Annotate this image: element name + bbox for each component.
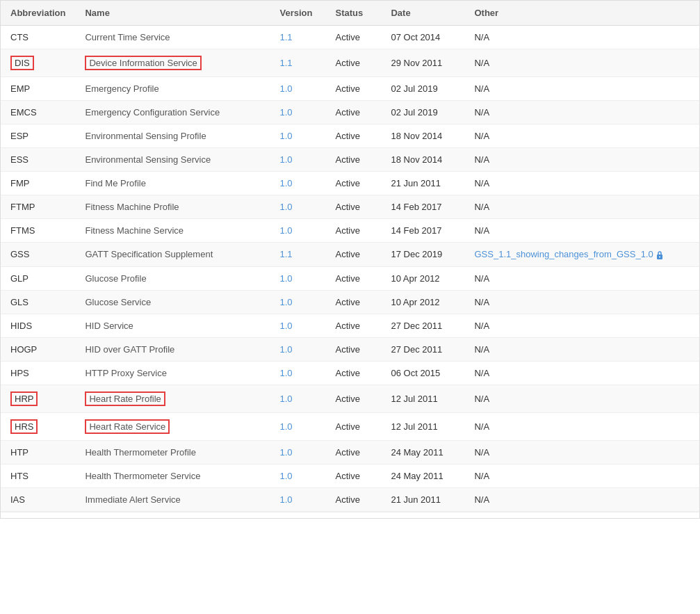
cell-status: Active [325,440,381,464]
cell-version[interactable]: 1.0 [270,195,325,219]
highlighted-name: Heart Rate Profile [85,391,165,406]
cell-other: N/A [464,219,699,243]
cell-other: N/A [464,464,699,487]
cell-status: Active [325,77,381,101]
cell-status: Active [325,26,381,49]
cell-status: Active [325,337,381,361]
cell-name: Find Me Profile [75,172,270,195]
cell-name: Heart Rate Service [75,412,270,440]
cell-version[interactable]: 1.0 [270,487,325,511]
cell-version[interactable]: 1.0 [270,148,325,172]
cell-name: HID Service [75,314,270,337]
cell-abbr: FMP [1,172,75,195]
highlighted-name: Heart Rate Service [85,419,170,434]
table-row: HRPHeart Rate Profile1.0Active12 Jul 201… [1,385,699,412]
highlighted-name: Device Information Service [85,56,201,70]
cell-other: N/A [464,487,699,511]
table-row: HOGPHID over GATT Profile1.0Active27 Dec… [1,337,699,361]
cell-status: Active [325,219,381,243]
highlighted-abbr: HRP [10,391,38,406]
highlighted-abbr: HRS [10,419,38,434]
table-header-row: Abbreviation Name Version Status Date Ot… [1,1,699,26]
table-row: FMPFind Me Profile1.0Active21 Jun 2011N/… [1,172,699,195]
cell-status: Active [325,124,381,148]
main-table-container: Abbreviation Name Version Status Date Ot… [0,0,700,519]
cell-version[interactable]: 1.0 [270,101,325,124]
table-row: IASImmediate Alert Service1.0Active21 Ju… [1,487,699,511]
table-row: EMPEmergency Profile1.0Active02 Jul 2019… [1,77,699,101]
table-row: DISDevice Information Service1.1Active29… [1,49,699,77]
cell-abbr: HPS [1,361,75,385]
cell-abbr: ESS [1,148,75,172]
table-body: CTSCurrent Time Service1.1Active07 Oct 2… [1,26,699,512]
table-row: HTSHealth Thermometer Service1.0Active24… [1,464,699,487]
cell-date: 21 Jun 2011 [381,172,464,195]
cell-version[interactable]: 1.0 [270,464,325,487]
cell-other: N/A [464,26,699,49]
cell-status: Active [325,148,381,172]
cell-abbr: EMP [1,77,75,101]
lock-icon [656,250,664,260]
cell-version[interactable]: 1.1 [270,26,325,49]
cell-version[interactable]: 1.0 [270,290,325,314]
cell-name: Emergency Profile [75,77,270,101]
cell-version[interactable]: 1.0 [270,361,325,385]
cell-status: Active [325,172,381,195]
cell-abbr: FTMP [1,195,75,219]
table-row: FTMSFitness Machine Service1.0Active14 F… [1,219,699,243]
cell-name: Environmental Sensing Service [75,148,270,172]
cell-abbr: IAS [1,487,75,511]
cell-other[interactable]: GSS_1.1_showing_changes_from_GSS_1.0 [464,243,699,267]
cell-name: GATT Specification Supplement [75,243,270,267]
cell-version[interactable]: 1.0 [270,172,325,195]
cell-version[interactable]: 1.1 [270,243,325,267]
cell-other: N/A [464,361,699,385]
cell-date: 18 Nov 2014 [381,148,464,172]
cell-date: 14 Feb 2017 [381,195,464,219]
cell-other: N/A [464,290,699,314]
cell-abbr: HRP [1,385,75,412]
cell-name: Current Time Service [75,26,270,49]
cell-date: 29 Nov 2011 [381,49,464,77]
cell-version[interactable]: 1.0 [270,314,325,337]
cell-version[interactable]: 1.0 [270,440,325,464]
cell-other: N/A [464,385,699,412]
cell-name: Fitness Machine Service [75,219,270,243]
cell-abbr: FTMS [1,219,75,243]
cell-version[interactable]: 1.0 [270,337,325,361]
cell-name: Environmental Sensing Profile [75,124,270,148]
cell-version[interactable]: 1.1 [270,49,325,77]
table-row: CTSCurrent Time Service1.1Active07 Oct 2… [1,26,699,49]
cell-version[interactable]: 1.0 [270,385,325,412]
cell-version[interactable]: 1.0 [270,77,325,101]
cell-version[interactable]: 1.0 [270,124,325,148]
highlighted-abbr: DIS [10,56,34,70]
cell-date: 12 Jul 2011 [381,412,464,440]
col-header-name: Name [75,1,270,26]
cell-status: Active [325,314,381,337]
cell-abbr: EMCS [1,101,75,124]
cell-name: Immediate Alert Service [75,487,270,511]
svg-rect-1 [659,256,660,257]
cell-status: Active [325,361,381,385]
cell-date: 27 Dec 2011 [381,314,464,337]
table-row: HPSHTTP Proxy Service1.0Active06 Oct 201… [1,361,699,385]
cell-version[interactable]: 1.0 [270,219,325,243]
cell-name: Glucose Service [75,290,270,314]
cell-date: 14 Feb 2017 [381,219,464,243]
cell-date: 17 Dec 2019 [381,243,464,267]
cell-abbr: GLS [1,290,75,314]
cell-version[interactable]: 1.0 [270,266,325,290]
cell-abbr: ESP [1,124,75,148]
cell-abbr: HTP [1,440,75,464]
cell-status: Active [325,101,381,124]
cell-version[interactable]: 1.0 [270,412,325,440]
cell-other: N/A [464,266,699,290]
services-table: Abbreviation Name Version Status Date Ot… [1,1,699,512]
col-header-abbr: Abbreviation [1,1,75,26]
col-header-other: Other [464,1,699,26]
cell-name: Fitness Machine Profile [75,195,270,219]
col-header-version: Version [270,1,325,26]
cell-date: 10 Apr 2012 [381,290,464,314]
cell-other: N/A [464,337,699,361]
